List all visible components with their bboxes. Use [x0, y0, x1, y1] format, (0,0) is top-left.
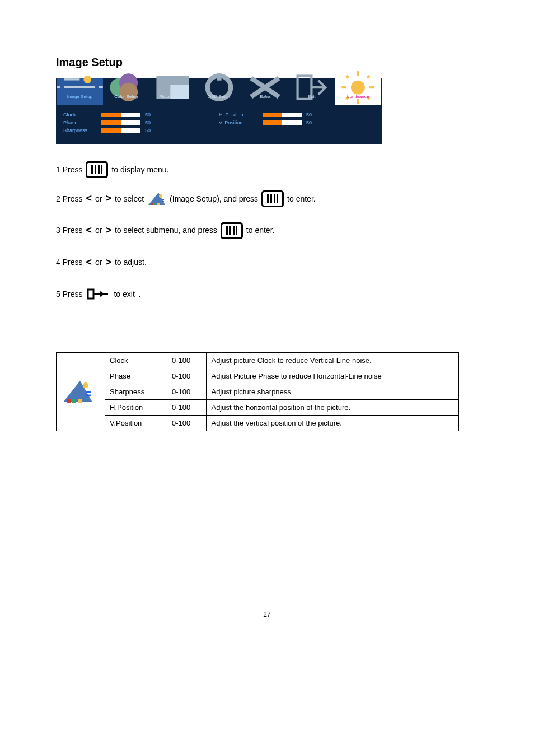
osd-tab-exit: Exit: [288, 78, 335, 105]
osd-tab-extra: Extra: [242, 78, 288, 105]
step-text: 5 Press: [56, 284, 82, 304]
table-row: Clock 0-100 Adjust picture Clock to redu…: [57, 352, 459, 368]
left-arrow-icon: <: [86, 217, 92, 244]
step-4: 4 Press < or > to adjust.: [56, 249, 478, 276]
right-arrow-icon: >: [105, 185, 111, 212]
image-setup-icon: [57, 82, 103, 93]
step-3: 3 Press < or > to select submenu, and pr…: [56, 217, 478, 244]
step-2: 2 Press < or > to select (Image Setup), …: [56, 185, 478, 212]
parameter-table: Clock 0-100 Adjust picture Clock to redu…: [56, 352, 459, 431]
osd-tab-bar: Image Setup Color Setup Picture Boost OS…: [57, 78, 381, 105]
svg-rect-32: [67, 399, 71, 403]
slider-track: [263, 120, 302, 125]
page-title: Image Setup: [56, 56, 478, 69]
param-name: Clock: [105, 352, 167, 368]
param-range: 0-100: [167, 415, 207, 431]
step-text: or: [95, 189, 102, 209]
step-5: 5 Press to exit.: [56, 281, 478, 307]
osd-row-sharpness: Sharpness 50: [63, 128, 219, 133]
svg-rect-22: [151, 203, 153, 205]
table-icon-cell: [57, 352, 105, 431]
table-row: Sharpness 0-100 Adjust picture sharpness: [57, 384, 459, 399]
slider-fill: [101, 120, 121, 125]
slider-track: [263, 113, 302, 117]
param-name: Sharpness: [105, 384, 167, 399]
right-arrow-icon: >: [105, 217, 111, 244]
param-desc: Adjust the horizontal position of the pi…: [207, 399, 459, 415]
instruction-steps: 1 Press to display menu. 2 Press < or > …: [56, 160, 478, 307]
svg-rect-34: [78, 399, 82, 403]
step-text: or: [95, 252, 102, 272]
right-arrow-icon: >: [105, 249, 111, 276]
param-range: 0-100: [167, 352, 207, 368]
slider-track: [101, 113, 140, 117]
svg-line-16: [346, 76, 349, 78]
param-desc: Adjust the vertical position of the pict…: [207, 415, 459, 431]
picture-boost-icon: [149, 82, 196, 93]
osd-setup-icon: [196, 82, 242, 93]
param-desc: Adjust picture Clock to reduce Vertical-…: [207, 352, 459, 368]
osd-tab-color-setup: Color Setup: [103, 78, 149, 105]
osd-value: 50: [306, 112, 320, 118]
svg-point-31: [83, 382, 88, 388]
osd-screenshot: Image Setup Color Setup Picture Boost OS…: [56, 78, 382, 144]
svg-rect-23: [154, 203, 156, 205]
osd-label: Clock: [63, 112, 97, 118]
svg-line-18: [367, 76, 369, 78]
step-text: to exit: [114, 284, 134, 304]
osd-label: Phase: [63, 120, 97, 125]
step-text: 3 Press: [56, 220, 82, 240]
extra-icon: [242, 82, 288, 93]
param-name: H.Position: [105, 399, 167, 415]
slider-fill: [101, 128, 121, 133]
osd-value: 50: [306, 120, 320, 125]
slider-fill: [101, 113, 121, 117]
osd-tab-picture-boost: Picture Boost: [149, 78, 196, 105]
menu-button-icon: [86, 161, 108, 178]
page-number: 27: [56, 610, 478, 618]
step-text: or: [95, 220, 102, 240]
osd-tab-osd-setup: OSD Setup: [196, 78, 242, 105]
param-desc: Adjust picture sharpness: [207, 384, 459, 399]
table-row: Phase 0-100 Adjust Picture Phase to redu…: [57, 368, 459, 384]
step-text: (Image Setup), and press: [170, 189, 258, 209]
osd-label: Sharpness: [63, 128, 97, 133]
osd-row-hpos: H. Position 50: [219, 112, 374, 118]
svg-rect-33: [72, 399, 76, 403]
auto-exit-icon: [86, 286, 110, 302]
param-name: V.Position: [105, 415, 167, 431]
slider-track: [101, 128, 140, 133]
step-text: to select submenu, and press: [115, 220, 217, 240]
svg-rect-7: [217, 73, 221, 80]
step-text: 1 Press: [56, 160, 82, 180]
step-text: to enter.: [246, 220, 275, 240]
param-desc: Adjust Picture Phase to reduce Horizonta…: [207, 368, 459, 384]
step-text: to adjust.: [115, 252, 147, 272]
step-text: to select: [115, 189, 144, 209]
slider-fill: [263, 113, 282, 117]
svg-rect-24: [157, 203, 160, 205]
osd-value: 50: [145, 128, 158, 133]
svg-rect-25: [88, 290, 93, 298]
step-period: .: [138, 281, 141, 307]
param-range: 0-100: [167, 399, 207, 415]
osd-label: V. Position: [219, 120, 258, 125]
svg-point-11: [351, 81, 365, 95]
osd-tab-luminance: Luminance: [335, 78, 381, 105]
svg-point-0: [83, 76, 91, 83]
menu-button-icon: [221, 222, 243, 239]
step-text: 4 Press: [56, 252, 82, 272]
left-arrow-icon: <: [86, 185, 92, 212]
slider-fill: [263, 120, 282, 125]
osd-row-clock: Clock 50: [63, 112, 219, 118]
osd-tab-image-setup: Image Setup: [57, 78, 103, 105]
table-row: V.Position 0-100 Adjust the vertical pos…: [57, 415, 459, 431]
osd-row-vpos: V. Position 50: [219, 120, 374, 125]
osd-row-phase: Phase 50: [63, 120, 219, 125]
step-text: 2 Press: [56, 189, 82, 209]
param-range: 0-100: [167, 384, 207, 399]
left-arrow-icon: <: [86, 249, 92, 276]
osd-value: 50: [145, 120, 158, 125]
step-text: to display menu.: [111, 160, 168, 180]
luminance-icon: [335, 82, 381, 93]
